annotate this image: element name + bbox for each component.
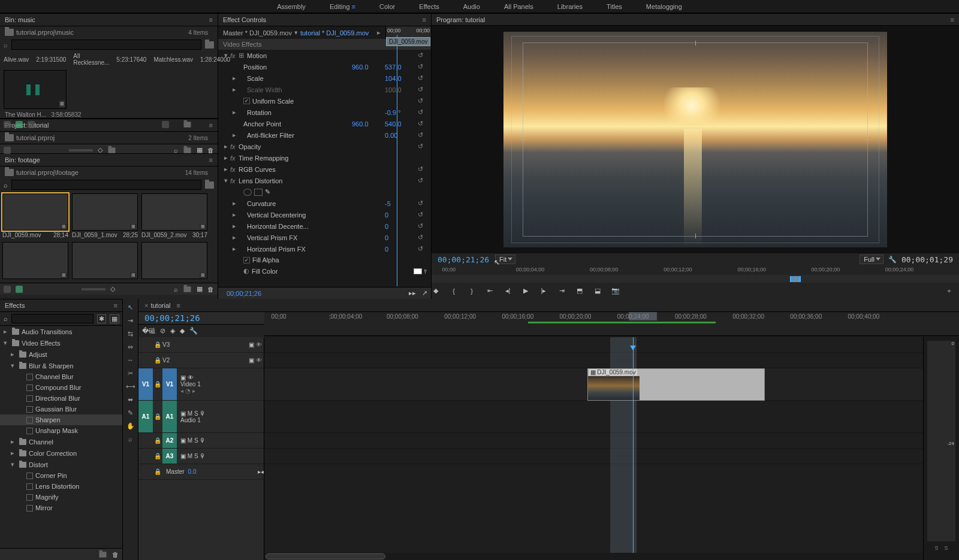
ripple-tool[interactable]: ⇆ xyxy=(126,329,135,338)
freeform-icon[interactable] xyxy=(28,121,35,128)
set-in-icon[interactable]: { xyxy=(450,287,458,295)
pen-tool[interactable]: ✎ xyxy=(126,408,135,417)
eyedropper-icon[interactable]: ⫯ xyxy=(424,268,427,275)
set-out-icon[interactable]: } xyxy=(468,287,476,295)
ws-editing[interactable]: Editing ≡ xyxy=(330,3,355,10)
master-level[interactable]: 0.0 xyxy=(188,468,197,475)
panel-menu-icon[interactable]: ≡ xyxy=(209,16,213,23)
fx-folder[interactable]: ▾Video Effects xyxy=(0,337,122,349)
thumb-size-slider[interactable] xyxy=(82,288,105,290)
anchor-x[interactable]: 960.0 xyxy=(352,120,385,128)
footage-thumb[interactable]: ⊞ xyxy=(2,242,68,280)
fillalpha-checkbox[interactable]: ✓ xyxy=(243,257,250,264)
uniform-checkbox[interactable]: ✓ xyxy=(243,98,250,104)
fx-preset[interactable]: Channel Blur xyxy=(0,371,122,382)
bin-music-list[interactable]: Alive.wav2:19:31500 All Recklessne...5:2… xyxy=(0,51,234,68)
program-scrubber[interactable] xyxy=(432,275,959,283)
bin-music-header[interactable]: Bin: music≡ xyxy=(0,13,218,26)
new-bin-btn[interactable] xyxy=(108,147,115,153)
bin-music-search[interactable] xyxy=(11,40,201,50)
track-v3[interactable]: V3 xyxy=(162,341,170,348)
timeremap-effect[interactable]: Time Remapping xyxy=(239,155,427,162)
motion-effect[interactable]: Motion xyxy=(247,52,418,59)
fx-preset[interactable]: Compound Blur xyxy=(0,382,122,393)
program-monitor[interactable] xyxy=(432,26,959,253)
linked-sel-icon[interactable]: ⊘ xyxy=(160,327,165,335)
fx-badge-icon[interactable]: ✱ xyxy=(97,314,106,323)
marker-icon[interactable]: ◈ xyxy=(170,327,175,335)
ws-color[interactable]: Color xyxy=(379,3,395,10)
selection-tool[interactable]: ↖ xyxy=(126,302,135,312)
export-icon[interactable]: ↗ xyxy=(422,289,427,297)
trash-icon[interactable]: 🗑 xyxy=(112,551,119,558)
effects-search[interactable] xyxy=(11,314,94,323)
track-a1-target[interactable]: A1 xyxy=(162,401,177,432)
ws-libraries[interactable]: Libraries xyxy=(557,3,583,10)
auto-seq-icon[interactable] xyxy=(162,121,169,128)
chevron-right-icon[interactable]: ▸ xyxy=(377,29,381,37)
mask-ellipse-icon[interactable] xyxy=(243,189,252,196)
timeline-hscroll[interactable] xyxy=(266,553,385,559)
fx-folder[interactable]: ▸Channel xyxy=(0,436,122,447)
settings-icon[interactable]: ◆ xyxy=(180,327,185,335)
export-frame-icon[interactable]: 📷 xyxy=(611,287,620,295)
sequence-tab[interactable]: × tutorial ≡ xyxy=(138,299,959,312)
ec-clip-chip[interactable]: DJI_0059.mov xyxy=(386,37,430,46)
video-clip[interactable]: ▦ DJI_0059.mov xyxy=(587,368,765,401)
effect-controls-header[interactable]: Effect Controls≡ xyxy=(218,13,431,26)
resolution-dropdown[interactable]: Full xyxy=(860,255,883,264)
collapse-icon[interactable]: ▸◂ xyxy=(258,468,264,475)
program-ruler[interactable]: 00;0000;00;04;0000;00;08;0000;00;12;0000… xyxy=(432,265,959,274)
eye-icon[interactable]: 👁 xyxy=(254,341,264,348)
track-master[interactable]: Master xyxy=(162,468,188,475)
lensdistortion-effect[interactable]: Lens Distortion xyxy=(239,177,418,184)
program-timecode[interactable]: 00;00;21;26 xyxy=(438,255,489,264)
bin-footage-search[interactable] xyxy=(11,180,201,190)
toggle-only-icon[interactable]: ▸▸ xyxy=(409,289,416,297)
ws-allpanels[interactable]: All Panels xyxy=(504,3,533,10)
track-v1-target[interactable]: V1 xyxy=(162,368,177,400)
fx-preset[interactable]: Lens Distortion xyxy=(0,481,122,492)
hand-tool[interactable]: ✋ xyxy=(126,421,135,431)
new-bin-icon[interactable] xyxy=(205,181,214,189)
track-a2[interactable]: A2 xyxy=(162,433,177,448)
timeline-playhead[interactable] xyxy=(633,337,634,560)
fx-preset[interactable]: Mirror xyxy=(0,503,122,513)
curv-v[interactable]: -5 xyxy=(385,200,418,207)
reset-icon[interactable]: ↺ xyxy=(418,52,427,59)
step-back-icon[interactable]: ◂| xyxy=(503,287,512,295)
ec-timecode[interactable]: 00;00;21;26 xyxy=(222,286,266,301)
step-fwd-icon[interactable]: |▸ xyxy=(539,287,548,295)
footage-thumb[interactable]: ⊞ xyxy=(141,242,207,280)
rgbcurves-effect[interactable]: RGB Curves xyxy=(239,166,418,173)
panel-menu-icon[interactable]: ≡ xyxy=(209,156,213,164)
lift-icon[interactable]: ⬒ xyxy=(575,287,584,295)
audio-clip-thumb[interactable]: ⊞ xyxy=(4,70,67,109)
color-swatch[interactable] xyxy=(414,268,422,274)
panel-menu-icon[interactable]: ≡ xyxy=(176,302,180,309)
wrench-icon[interactable]: 🔧 xyxy=(189,327,198,335)
panel-menu-icon[interactable]: ≡ xyxy=(209,122,213,129)
list-view-icon[interactable] xyxy=(4,121,11,128)
fx-preset[interactable]: Sharpen xyxy=(0,414,122,425)
pos-x[interactable]: 960.0 xyxy=(352,63,385,71)
rotation-v[interactable]: -0.9 ° xyxy=(385,109,418,116)
opacity-effect[interactable]: Opacity xyxy=(239,143,418,150)
fx-folder[interactable]: ▸Color Correction xyxy=(0,447,122,459)
find-icon[interactable]: ⌕ xyxy=(174,147,178,154)
goto-out-icon[interactable]: ⇥ xyxy=(557,287,566,295)
wrench-icon[interactable]: 🔧 xyxy=(888,256,897,264)
zoom-tool[interactable]: ⌕ xyxy=(126,434,135,444)
list-view-icon[interactable] xyxy=(4,147,11,154)
source-v1-patch[interactable]: V1 xyxy=(138,368,153,400)
fx-folder[interactable]: ▾Blur & Sharpen xyxy=(0,360,122,371)
extract-icon[interactable]: ⬓ xyxy=(593,287,602,295)
toggle-output-icon[interactable]: ▣ xyxy=(249,341,254,348)
mask-rect-icon[interactable] xyxy=(254,189,263,196)
ws-effects[interactable]: Effects xyxy=(419,3,439,10)
thumb-size-slider[interactable] xyxy=(69,149,93,152)
lock-icon[interactable]: 🔒 xyxy=(153,341,162,348)
fx-preset[interactable]: Corner Pin xyxy=(0,470,122,481)
bin-footage-header[interactable]: Bin: footage≡ xyxy=(0,153,218,167)
track-select-tool[interactable]: ⇥ xyxy=(126,316,135,325)
